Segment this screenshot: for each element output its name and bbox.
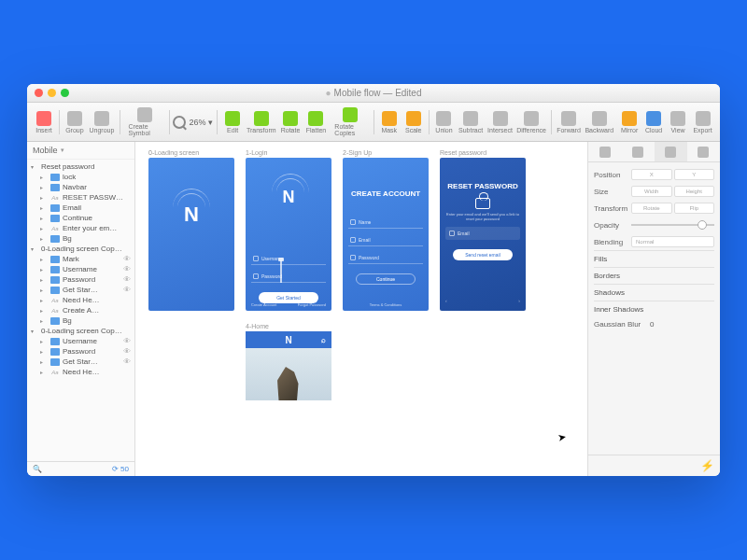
page-selector[interactable]: Mobile <box>27 142 134 160</box>
layer-item[interactable]: AaRESET PASSW… <box>27 192 134 203</box>
scale-button[interactable]: Scale <box>402 109 425 135</box>
visibility-icon[interactable]: 👁 <box>123 255 131 263</box>
folder-icon <box>50 358 60 366</box>
artboard-signup[interactable]: 2-Sign Up CREATE ACCOUNT Name Email Pass… <box>343 149 429 311</box>
layer-item[interactable]: Mark👁 <box>27 254 134 264</box>
visibility-icon[interactable]: 👁 <box>123 347 131 356</box>
rotate-input[interactable]: Rotate <box>631 203 672 214</box>
blending-select[interactable]: Normal <box>631 236 714 247</box>
user-icon <box>253 256 259 261</box>
search-icon: ⌕ <box>321 336 326 344</box>
group-button[interactable]: Group <box>63 109 86 135</box>
layer-item[interactable]: Get Star…👁 <box>27 357 134 367</box>
zoom-icon[interactable] <box>61 89 69 97</box>
layer-item[interactable]: Bg <box>27 233 134 244</box>
width-input[interactable]: Width <box>631 186 672 197</box>
view-button[interactable]: View <box>667 109 689 135</box>
folder-icon <box>50 338 60 345</box>
layer-group[interactable]: 0-Loading screen Cop… <box>27 244 134 254</box>
layer-item[interactable]: Password👁 <box>27 274 134 285</box>
layer-item[interactable]: AaCreate A… <box>27 305 134 315</box>
layer-item[interactable]: Username👁 <box>27 264 134 274</box>
artboard-loading[interactable]: 0-Loading screen N <box>148 149 234 311</box>
union-button[interactable]: Union <box>432 109 455 135</box>
tab-align[interactable] <box>588 142 621 161</box>
filter-icon[interactable]: 🔍 <box>33 465 42 473</box>
artboard-reset[interactable]: Reset password RESET PASSWORD Enter your… <box>440 149 526 311</box>
minimize-icon[interactable] <box>48 89 56 97</box>
edit-button[interactable]: Edit <box>221 109 244 135</box>
tab-more[interactable] <box>687 142 720 161</box>
subtract-button[interactable]: Subtract <box>457 109 484 135</box>
opacity-slider[interactable] <box>631 224 714 226</box>
height-input[interactable]: Height <box>674 186 715 197</box>
flatten-button[interactable]: Flatten <box>304 109 329 135</box>
difference-button[interactable]: Difference <box>515 109 546 135</box>
zoom-control[interactable]: 26%▾ <box>173 116 213 129</box>
tab-properties[interactable] <box>655 142 687 161</box>
folder-icon <box>50 174 60 181</box>
layers-sidebar: Mobile Reset passwordlockNavbarAaRESET P… <box>27 142 135 476</box>
backward-button[interactable]: Backward <box>584 109 614 135</box>
layer-item[interactable]: lock <box>27 172 134 182</box>
layer-item[interactable]: Username👁 <box>27 336 134 346</box>
insert-button[interactable]: Insert <box>33 109 55 135</box>
visibility-icon[interactable]: 👁 <box>123 286 131 294</box>
artboard-login[interactable]: 1-Login N Username Password Get Started … <box>246 149 331 311</box>
intersect-button[interactable]: Intersect <box>486 109 514 135</box>
export-button[interactable]: Export <box>691 109 714 135</box>
folder-icon <box>50 266 60 273</box>
visibility-icon[interactable]: 👁 <box>123 275 131 284</box>
x-input[interactable]: X <box>631 169 672 180</box>
layer-tree[interactable]: Reset passwordlockNavbarAaRESET PASSW…Em… <box>27 160 134 461</box>
bolt-icon[interactable]: ⚡ <box>700 459 714 472</box>
layer-group[interactable]: Reset password <box>27 161 134 172</box>
visibility-icon[interactable]: 👁 <box>123 265 131 273</box>
flip-input[interactable]: Flip <box>674 203 715 214</box>
layer-item[interactable]: Continue <box>27 213 134 223</box>
close-icon[interactable] <box>35 89 43 97</box>
rotate-copies-button[interactable]: Rotate Copies <box>330 105 370 138</box>
shadows-section[interactable]: Shadows <box>594 284 714 301</box>
visibility-icon[interactable]: 👁 <box>123 337 131 345</box>
layer-item[interactable]: Get Star…👁 <box>27 285 134 295</box>
mask-button[interactable]: Mask <box>378 109 401 135</box>
mail-icon <box>449 231 455 236</box>
create-symbol-button[interactable]: Create Symbol <box>124 105 165 138</box>
layer-item[interactable]: Bg <box>27 315 134 326</box>
artboard-home[interactable]: 4-Home N⌕ <box>246 323 331 400</box>
text-icon: Aa <box>50 307 60 315</box>
folder-icon <box>50 256 60 263</box>
send-reset-button: Send reset email <box>453 249 513 260</box>
canvas[interactable]: 0-Loading screen N 1-Login N Username Pa… <box>135 142 587 476</box>
fills-section[interactable]: Fills <box>594 250 714 267</box>
titlebar[interactable]: ●Mobile flow — Edited <box>27 84 720 103</box>
transform-button[interactable]: Transform <box>246 109 276 135</box>
y-input[interactable]: Y <box>674 169 715 180</box>
inner-shadows-section[interactable]: Inner Shadows <box>594 301 714 317</box>
rock-image <box>275 367 303 400</box>
borders-section[interactable]: Borders <box>594 267 714 284</box>
layer-item[interactable]: AaNeed He… <box>27 295 134 305</box>
lock-icon <box>475 198 490 209</box>
cloud-button[interactable]: Cloud <box>642 109 665 135</box>
window-controls <box>27 89 69 97</box>
text-icon: Aa <box>50 194 60 202</box>
inspector-tabs <box>588 142 720 162</box>
layer-item[interactable]: AaNeed He… <box>27 367 134 377</box>
folder-icon <box>50 276 60 284</box>
layer-item[interactable]: AaEnter your em… <box>27 223 134 233</box>
layer-item[interactable]: Navbar <box>27 182 134 192</box>
mirror-button[interactable]: Mirror <box>618 109 641 135</box>
layer-group[interactable]: 0-Loading screen Cop… <box>27 326 134 336</box>
visibility-icon[interactable]: 👁 <box>123 357 131 366</box>
tab-distribute[interactable] <box>621 142 654 161</box>
window-title: ●Mobile flow — Edited <box>326 88 422 98</box>
ungroup-button[interactable]: Ungroup <box>88 109 116 135</box>
layer-item[interactable]: Password👁 <box>27 346 134 357</box>
rotate-button[interactable]: Rotate <box>278 109 302 135</box>
forward-button[interactable]: Forward <box>556 109 583 135</box>
layer-item[interactable]: Email <box>27 203 134 213</box>
folder-icon <box>50 287 60 294</box>
folder-icon <box>50 215 60 222</box>
